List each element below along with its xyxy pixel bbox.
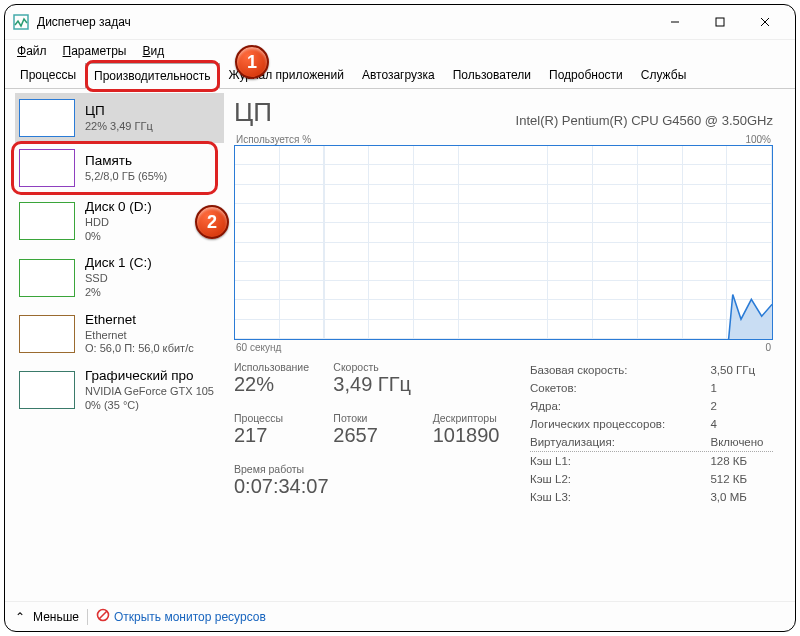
gpu-title: Графический про [85, 368, 214, 385]
base-speed-label: Базовая скорость: [530, 361, 680, 379]
stats-left: Использование 22% Скорость 3,49 ГГц Проц… [234, 361, 524, 506]
panel-title: ЦП [234, 97, 272, 128]
handles-label: Дескрипторы [433, 412, 524, 424]
eth-sub1: Ethernet [85, 329, 194, 343]
eth-sub2: О: 56,0 П: 56,0 кбит/с [85, 342, 194, 356]
lprocessors-label: Логических процессоров: [530, 415, 680, 433]
sidebar-item-gpu[interactable]: Графический про NVIDIA GeForce GTX 105 0… [15, 362, 224, 418]
sockets-label: Сокетов: [530, 379, 680, 397]
callout-badge-2: 2 [195, 205, 229, 239]
callout-badge-1: 1 [235, 45, 269, 79]
cores-label: Ядра: [530, 397, 680, 415]
l3-cache-value: 3,0 МБ [680, 488, 773, 506]
window-title: Диспетчер задач [37, 15, 652, 29]
prohibit-icon [96, 608, 110, 625]
disk0-thumb-icon [19, 202, 75, 240]
menu-file[interactable]: Файл [11, 42, 53, 60]
tab-performance[interactable]: Производительность [85, 63, 219, 89]
l1-cache-label: Кэш L1: [530, 452, 680, 470]
threads-label: Потоки [333, 412, 424, 424]
highlight-rect-1 [85, 60, 219, 92]
l2-cache-label: Кэш L2: [530, 470, 680, 488]
disk1-title: Диск 1 (C:) [85, 255, 152, 272]
footer-divider [87, 609, 88, 625]
usage-value: 22% [234, 373, 325, 396]
task-manager-icon [13, 14, 29, 30]
stats-right: Базовая скорость:3,50 ГГц Сокетов:1 Ядра… [524, 361, 773, 506]
cpu-sub: 22% 3,49 ГГц [85, 120, 153, 134]
gpu-thumb-icon [19, 371, 75, 409]
menu-options[interactable]: Параметры [57, 42, 133, 60]
l1-cache-value: 128 КБ [680, 452, 773, 470]
open-resource-monitor-link[interactable]: Открыть монитор ресурсов [96, 608, 266, 625]
disk0-sub2: 0% [85, 230, 152, 244]
virtualization-label: Виртуализация: [530, 433, 680, 451]
cpu-thumb-icon [19, 99, 75, 137]
speed-label: Скорость [333, 361, 524, 373]
processes-label: Процессы [234, 412, 325, 424]
usage-label: Использование [234, 361, 325, 373]
svg-rect-2 [716, 18, 724, 26]
l2-cache-value: 512 КБ [680, 470, 773, 488]
gpu-sub2: 0% (35 °C) [85, 399, 214, 413]
sidebar-item-ethernet[interactable]: Ethernet Ethernet О: 56,0 П: 56,0 кбит/с [15, 306, 224, 362]
highlight-rect-2 [11, 141, 218, 195]
disk1-sub1: SSD [85, 272, 152, 286]
disk1-sub2: 2% [85, 286, 152, 300]
menu-view[interactable]: Вид [136, 42, 170, 60]
sidebar-item-disk1[interactable]: Диск 1 (C:) SSD 2% [15, 249, 224, 305]
minimize-button[interactable] [652, 7, 697, 37]
window-controls [652, 7, 787, 37]
svg-line-6 [99, 611, 107, 619]
eth-title: Ethernet [85, 312, 194, 329]
chevron-up-icon[interactable]: ⌃ [15, 610, 25, 624]
tab-services[interactable]: Службы [632, 62, 695, 88]
chart-y-label: Используется % [236, 134, 311, 145]
cpu-title: ЦП [85, 103, 153, 120]
handles-value: 101890 [433, 424, 524, 447]
tab-processes[interactable]: Процессы [11, 62, 85, 88]
cpu-model: Intel(R) Pentium(R) CPU G4560 @ 3.50GHz [516, 113, 773, 128]
disk1-thumb-icon [19, 259, 75, 297]
l3-cache-label: Кэш L3: [530, 488, 680, 506]
resource-list: ЦП 22% 3,49 ГГц Память 5,2/8,0 ГБ (65%) … [5, 89, 230, 600]
close-button[interactable] [742, 7, 787, 37]
disk0-sub1: HDD [85, 216, 152, 230]
tab-users[interactable]: Пользователи [444, 62, 540, 88]
speed-value: 3,49 ГГц [333, 373, 524, 396]
lprocessors-value: 4 [680, 415, 773, 433]
menu-bar: Файл Параметры Вид [5, 40, 795, 62]
chart-x-end: 0 [765, 342, 771, 353]
eth-thumb-icon [19, 315, 75, 353]
chart-x-label: 60 секунд [236, 342, 281, 353]
virtualization-value: Включено [680, 433, 773, 451]
task-manager-window: Диспетчер задач Файл Параметры Вид Проце… [4, 4, 796, 632]
cpu-usage-chart [234, 145, 773, 340]
tab-details[interactable]: Подробности [540, 62, 632, 88]
uptime-label: Время работы [234, 463, 524, 475]
base-speed-value: 3,50 ГГц [680, 361, 773, 379]
tab-startup[interactable]: Автозагрузка [353, 62, 444, 88]
sidebar-item-cpu[interactable]: ЦП 22% 3,49 ГГц [15, 93, 224, 143]
performance-panel: ЦП Intel(R) Pentium(R) CPU G4560 @ 3.50G… [230, 89, 795, 600]
sidebar-item-memory[interactable]: Память 5,2/8,0 ГБ (65%) [15, 143, 224, 193]
footer: ⌃ Меньше Открыть монитор ресурсов [5, 601, 795, 631]
tab-strip: Процессы Производительность Журнал прило… [5, 62, 795, 89]
chart-y-max: 100% [745, 134, 771, 145]
processes-value: 217 [234, 424, 325, 447]
gpu-sub1: NVIDIA GeForce GTX 105 [85, 385, 214, 399]
sockets-value: 1 [680, 379, 773, 397]
disk0-title: Диск 0 (D:) [85, 199, 152, 216]
titlebar: Диспетчер задач [5, 5, 795, 40]
uptime-value: 0:07:34:07 [234, 475, 524, 498]
cores-value: 2 [680, 397, 773, 415]
open-resource-monitor-label: Открыть монитор ресурсов [114, 610, 266, 624]
threads-value: 2657 [333, 424, 424, 447]
fewer-details-button[interactable]: Меньше [33, 610, 79, 624]
sidebar-item-disk0[interactable]: Диск 0 (D:) HDD 0% [15, 193, 224, 249]
maximize-button[interactable] [697, 7, 742, 37]
